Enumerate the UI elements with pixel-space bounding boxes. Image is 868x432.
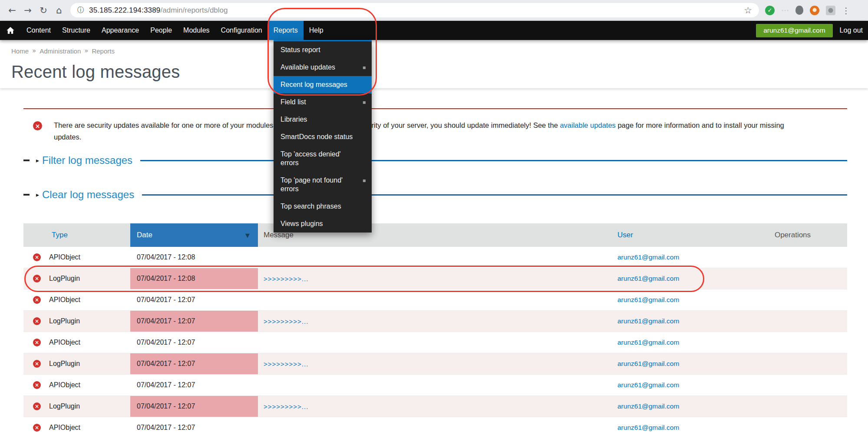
menu-item-top-page-not-found-errors[interactable]: Top 'page not found' errors▪ xyxy=(274,172,372,198)
dash-marker xyxy=(23,194,30,196)
table-row: ×APIObject 07/04/2017 - 12:07 arunz61@gm… xyxy=(23,375,847,396)
log-user-link[interactable]: arunz61@gmail.com xyxy=(617,381,679,389)
extension-orange-icon[interactable] xyxy=(810,6,819,15)
security-alert: × There are security updates available f… xyxy=(23,108,847,143)
log-message-link[interactable]: >>>>>>>>>... xyxy=(264,318,308,325)
browser-home-icon[interactable]: ⌂ xyxy=(51,5,67,16)
menu-item-views-plugins[interactable]: Views plugins xyxy=(274,215,372,233)
breadcrumb-separator-icon: » xyxy=(32,47,36,55)
clear-log-messages-section: ▸ Clear log messages xyxy=(23,187,847,203)
forward-icon[interactable]: → xyxy=(20,5,36,16)
sort-user-header[interactable]: User xyxy=(617,231,633,239)
tab-people[interactable]: People xyxy=(145,21,178,40)
section-rule xyxy=(142,194,847,196)
logout-link[interactable]: Log out xyxy=(840,27,863,34)
log-user-link[interactable]: arunz61@gmail.com xyxy=(617,317,679,325)
address-bar[interactable]: ⓘ 35.185.222.194:3389 /admin/reports/dbl… xyxy=(70,3,759,17)
clear-log-messages-toggle[interactable]: Clear log messages xyxy=(42,189,134,201)
log-operations xyxy=(738,375,847,395)
sort-type-header[interactable]: Type xyxy=(52,231,68,239)
menu-item-top-search-phrases[interactable]: Top search phrases xyxy=(274,198,372,215)
log-user-link[interactable]: arunz61@gmail.com xyxy=(617,360,679,368)
tab-reports[interactable]: Reports xyxy=(268,21,304,40)
log-message-link[interactable]: >>>>>>>>>... xyxy=(264,360,308,368)
menu-item-smartdocs-node-status[interactable]: SmartDocs node status xyxy=(274,128,372,146)
extension-dim-icon[interactable]: ⋯ xyxy=(781,6,789,15)
log-date: 07/04/2017 - 12:07 xyxy=(130,289,258,310)
log-date: 07/04/2017 - 12:07 xyxy=(130,353,258,374)
log-user-link[interactable]: arunz61@gmail.com xyxy=(617,275,679,282)
tab-configuration[interactable]: Configuration xyxy=(215,21,268,40)
browser-chrome: ← → ↻ ⌂ ⓘ 35.185.222.194:3389 /admin/rep… xyxy=(0,0,868,21)
tab-appearance[interactable]: Appearance xyxy=(96,21,145,40)
log-user-link[interactable]: arunz61@gmail.com xyxy=(617,253,679,261)
section-rule xyxy=(140,160,847,161)
log-user-link[interactable]: arunz61@gmail.com xyxy=(617,402,679,410)
log-user-link[interactable]: arunz61@gmail.com xyxy=(617,296,679,304)
log-date: 07/04/2017 - 12:08 xyxy=(130,247,258,268)
extension-check-icon[interactable]: ✓ xyxy=(765,6,775,15)
breadcrumb-administration[interactable]: Administration xyxy=(40,47,81,55)
log-user-link[interactable]: arunz61@gmail.com xyxy=(617,424,679,432)
log-operations xyxy=(738,417,847,432)
tab-help[interactable]: Help xyxy=(304,21,329,40)
log-type: APIObject xyxy=(49,381,80,389)
log-user-link[interactable]: arunz61@gmail.com xyxy=(617,339,679,346)
log-type: LogPlugin xyxy=(49,317,80,325)
menu-item-top-access-denied-errors[interactable]: Top 'access denied' errors xyxy=(274,146,372,172)
filter-log-messages-toggle[interactable]: Filter log messages xyxy=(42,154,132,166)
badge-square-icon: ▪ xyxy=(363,178,366,183)
extensions-cluster: ✓ ⋯ ⋮ xyxy=(765,6,853,15)
log-operations xyxy=(738,396,847,417)
log-message-link[interactable]: >>>>>>>>>... xyxy=(264,403,308,410)
log-table: Type Date ▼ Message User Operations ×API… xyxy=(23,223,847,432)
menu-item-field-list[interactable]: Field list▪ xyxy=(274,93,372,111)
sort-date-header[interactable]: Date xyxy=(137,231,152,239)
account-badge[interactable]: arunz61@gmail.com xyxy=(756,24,832,37)
main-content: × There are security updates available f… xyxy=(0,108,868,432)
log-message-link[interactable]: >>>>>>>>>... xyxy=(264,275,308,282)
log-operations xyxy=(738,332,847,353)
menu-item-label: Available updates xyxy=(281,63,335,71)
log-type: LogPlugin xyxy=(49,275,80,282)
menu-item-libraries[interactable]: Libraries xyxy=(274,111,372,128)
page-header: Home » Administration » Reports Recent l… xyxy=(0,40,868,88)
table-row: ×APIObject 07/04/2017 - 12:08 arunz61@gm… xyxy=(23,247,847,268)
refresh-icon[interactable]: ↻ xyxy=(36,5,51,16)
menu-item-label: SmartDocs node status xyxy=(281,133,353,140)
tab-modules[interactable]: Modules xyxy=(178,21,215,40)
log-type: APIObject xyxy=(49,253,80,261)
log-date: 07/04/2017 - 12:07 xyxy=(130,417,258,432)
menu-item-available-updates[interactable]: Available updates▪ xyxy=(274,59,372,76)
collapse-arrow-icon[interactable]: ▸ xyxy=(36,191,39,198)
log-date: 07/04/2017 - 12:07 xyxy=(130,396,258,417)
tab-content[interactable]: Content xyxy=(21,21,56,40)
menu-item-recent-log-messages[interactable]: Recent log messages xyxy=(274,76,372,93)
tab-structure[interactable]: Structure xyxy=(56,21,96,40)
badge-square-icon: ▪ xyxy=(363,65,366,70)
error-icon: × xyxy=(33,253,41,261)
log-operations xyxy=(738,289,847,310)
browser-menu-icon[interactable]: ⋮ xyxy=(842,6,850,15)
log-date: 07/04/2017 - 12:07 xyxy=(130,332,258,353)
log-operations xyxy=(738,311,847,332)
table-header-row: Type Date ▼ Message User Operations xyxy=(23,223,847,247)
available-updates-link[interactable]: available updates xyxy=(560,121,615,129)
extension-gray-icon[interactable] xyxy=(826,6,835,15)
back-icon[interactable]: ← xyxy=(4,5,20,16)
collapse-arrow-icon[interactable]: ▸ xyxy=(36,157,39,164)
active-sort-header[interactable]: Date ▼ xyxy=(130,223,258,247)
page-info-icon[interactable]: ⓘ xyxy=(77,6,84,15)
menu-item-label: Status report xyxy=(281,46,320,53)
toolbar-home-tab[interactable] xyxy=(0,21,21,40)
log-operations xyxy=(738,353,847,374)
table-row: ×LogPlugin 07/04/2017 - 12:07 >>>>>>>>>.… xyxy=(23,311,847,332)
menu-item-status-report[interactable]: Status report xyxy=(274,41,372,59)
table-row: ×LogPlugin 07/04/2017 - 12:07 >>>>>>>>>.… xyxy=(23,353,847,375)
filter-log-messages-section: ▸ Filter log messages xyxy=(23,153,847,168)
breadcrumb-home[interactable]: Home xyxy=(11,47,29,55)
operations-header: Operations xyxy=(738,223,847,247)
sort-desc-icon: ▼ xyxy=(245,232,250,239)
extension-drop-icon[interactable] xyxy=(795,6,803,15)
bookmark-star-icon[interactable]: ☆ xyxy=(744,5,752,16)
